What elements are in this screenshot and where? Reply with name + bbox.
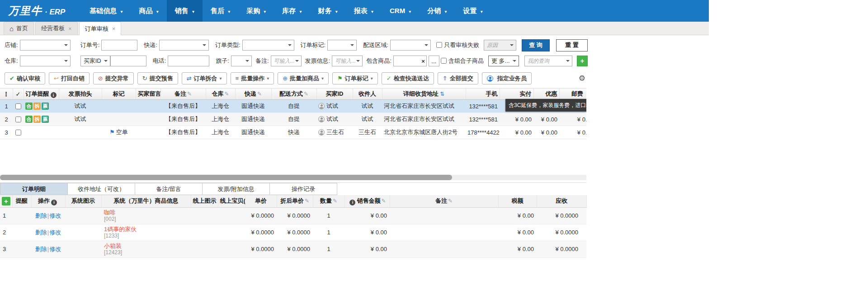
detail-tab[interactable]: 备注/留言 (135, 183, 203, 195)
amount-cell[interactable]: ¥ 0.00 (344, 207, 390, 224)
area-select[interactable] (390, 40, 431, 51)
submit-all-button[interactable]: ⇑全部提交 (438, 72, 478, 84)
nav-menu-item[interactable]: 库存 ▾ (274, 0, 310, 22)
gear-icon[interactable]: ⚙ (579, 74, 585, 83)
page-tab[interactable]: ⌂ 订单审核 × (79, 22, 122, 35)
address-header[interactable]: 详细收货地址⇅ (382, 89, 466, 100)
nav-menu-item[interactable]: 分销 ▾ (419, 0, 455, 22)
nav-menu-item[interactable]: 报表 ▾ (346, 0, 382, 22)
nav-menu-item[interactable]: 售后 ▾ (203, 0, 238, 22)
amount-cell[interactable]: ¥ 0.00 (344, 224, 390, 241)
qty-cell[interactable]: 1 (313, 207, 344, 224)
amount-cell[interactable]: ¥ 0.00 (344, 241, 390, 257)
row-checkbox[interactable] (15, 117, 21, 122)
split-merge-button[interactable]: ⇄订单拆合▾ (182, 72, 227, 84)
pencil-icon[interactable]: ✎ (187, 91, 192, 97)
product-name[interactable]: 1碼事的家伙 (104, 226, 188, 233)
check-delivery-button[interactable]: ✓检查快递送达 (382, 72, 434, 84)
reset-button[interactable]: 重 置 (556, 39, 588, 51)
nav-menu-item[interactable]: CRM ▾ (382, 0, 419, 22)
order-no-input[interactable] (101, 40, 137, 51)
detail-tab[interactable]: 操作记录 (269, 183, 337, 195)
express-cell[interactable]: 圆通快递 (235, 126, 271, 139)
express-cell[interactable]: 圆通快递 (235, 100, 271, 113)
close-icon[interactable]: × (68, 25, 72, 32)
buyer-id-cell[interactable]: 试试 (316, 113, 353, 126)
sort-icon[interactable]: ⇅ (440, 91, 444, 97)
disc-price-cell[interactable]: ¥ 0.0000 (277, 207, 313, 224)
confirm-audit-button[interactable]: ✔确认审核 (5, 72, 45, 84)
pencil-icon[interactable]: ✎ (333, 198, 337, 204)
delivery-cell[interactable]: 自提 (271, 113, 316, 126)
detail-tab[interactable]: 收件地址（可改） (67, 183, 135, 195)
nav-menu-item[interactable]: 财务 ▾ (310, 0, 346, 22)
page-tab[interactable]: ⌂ 经营看板 × (35, 22, 78, 35)
product-name[interactable]: 小箱装 (104, 242, 188, 249)
delete-link[interactable]: 删除 (35, 246, 47, 252)
flag-select[interactable] (231, 56, 252, 66)
add-row-button[interactable]: + (2, 197, 10, 205)
product-name[interactable]: 咖啡 (104, 209, 188, 216)
pencil-icon[interactable]: ✎ (305, 198, 309, 204)
delete-link[interactable]: 删除 (35, 229, 47, 236)
express-cell[interactable]: 圆通快递 (235, 113, 271, 126)
batch-ops-button[interactable]: ≡批量操作▾ (231, 72, 274, 84)
page-tab[interactable]: ⌂ 首页 × (4, 22, 34, 35)
only-failed-checkbox[interactable] (436, 42, 442, 48)
disc-price-cell[interactable]: ¥ 0.0000 (277, 224, 313, 241)
edit-link[interactable]: 修改 (49, 246, 61, 252)
buyer-field-select[interactable]: 买家ID (80, 56, 110, 66)
assign-salesperson-button[interactable]: 指定业务员 (482, 72, 532, 84)
combo-sub-option[interactable]: 含组合子商品 (441, 57, 484, 65)
combo-sub-checkbox[interactable] (441, 58, 447, 64)
note-cell[interactable]: 【来自售后】 (160, 113, 206, 126)
warehouse-cell[interactable]: 上海仓 (206, 100, 235, 113)
search-button[interactable]: 查 询 (522, 39, 550, 51)
nav-menu-item[interactable]: 销售 ▾ (167, 0, 203, 22)
delete-link[interactable]: 删除 (35, 212, 47, 219)
shop-select[interactable] (20, 40, 71, 51)
detail-row[interactable]: 3 删除|修改 小箱装[12423] ¥ 0.0000 ¥ 0.0000 1 ¥… (0, 241, 586, 257)
note-cell[interactable] (390, 207, 498, 224)
nav-menu-item[interactable]: 采购 ▾ (238, 0, 274, 22)
clear-icon[interactable]: × (421, 58, 425, 65)
more-filters-select[interactable]: 更 多... (488, 56, 519, 66)
pencil-icon[interactable]: ✎ (448, 198, 453, 204)
note-cell[interactable]: 【来自售后】 (160, 100, 206, 113)
buyer-id-cell[interactable]: 试试 (316, 100, 353, 113)
close-icon[interactable]: × (112, 25, 116, 32)
nav-menu-item[interactable]: 基础信息 ▾ (81, 0, 131, 22)
buyer-id-cell[interactable]: 三生石 (316, 126, 353, 139)
reject-order-button[interactable]: ↩打回自销 (49, 72, 90, 84)
order-row[interactable]: 2 合拆票 试试 ⚑ 【来自售后】 上海仓 圆通快递 自提 试试 试试 河北省石… (0, 113, 586, 126)
submit-exception-button[interactable]: ⊘提交异常 (93, 72, 134, 84)
edit-link[interactable]: 修改 (49, 229, 61, 236)
delivery-cell[interactable]: 自提 (271, 100, 316, 113)
row-checkbox[interactable] (15, 130, 21, 135)
detail-tab[interactable]: 发票/附加信息 (202, 183, 270, 195)
edit-link[interactable]: 修改 (49, 212, 61, 219)
only-failed-option[interactable]: 只看审核失败 (436, 41, 479, 49)
note-combo[interactable]: 可输入... (271, 56, 302, 66)
row-menu-header[interactable]: ⋮ (0, 89, 13, 100)
my-query-select[interactable]: 我的查询 (524, 56, 572, 66)
order-mark-select[interactable] (327, 40, 357, 51)
detail-tab[interactable]: 订单明细 (0, 183, 68, 195)
note-cell[interactable] (390, 241, 498, 257)
select-all-header[interactable]: ✓ (13, 89, 24, 100)
note-cell[interactable]: 【来自售后】 (160, 126, 206, 139)
pencil-icon[interactable]: ✎ (304, 91, 308, 97)
delivery-cell[interactable]: 快递 (271, 126, 316, 139)
product-more-button[interactable]: ... (429, 56, 439, 66)
qty-cell[interactable]: 1 (313, 224, 344, 241)
phone-input[interactable] (168, 56, 209, 66)
save-query-button[interactable]: + (577, 56, 588, 66)
disc-price-cell[interactable]: ¥ 0.0000 (277, 241, 313, 257)
detail-row[interactable]: 2 删除|修改 1碼事的家伙[1233] ¥ 0.0000 ¥ 0.0000 1… (0, 224, 586, 241)
warehouse-cell[interactable]: 上海仓 (206, 113, 235, 126)
qty-cell[interactable]: 1 (313, 241, 344, 257)
warehouse-cell[interactable]: 上海仓 (206, 126, 235, 139)
nav-menu-item[interactable]: 商品 ▾ (131, 0, 167, 22)
warehouse-select[interactable] (20, 56, 71, 66)
order-row[interactable]: 1 合拆票 试试 ⚑ 【来自售后】 上海仓 圆通快递 自提 试试 试试 河北省石… (0, 100, 586, 113)
